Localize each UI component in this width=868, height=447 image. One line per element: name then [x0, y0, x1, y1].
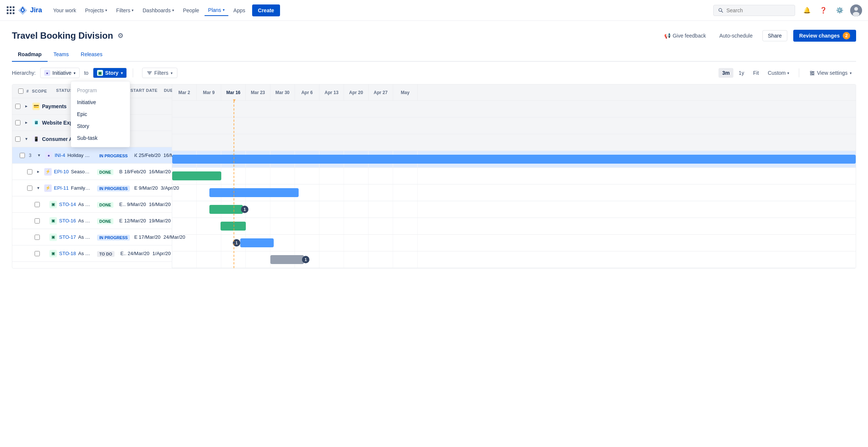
- select-all-checkbox[interactable]: [18, 89, 23, 94]
- gc-c5: [270, 134, 295, 151]
- sto18-icon: ▣: [49, 250, 57, 257]
- epi10-id[interactable]: EPI-10: [54, 169, 69, 174]
- dropdown-epic[interactable]: Epic: [71, 108, 130, 120]
- payments-checkbox[interactable]: [15, 104, 20, 109]
- sto14-icon: ▣: [49, 201, 57, 208]
- toolbar: Hierarchy: ● Initiative ▾ to ▣ Story ▾ P…: [12, 68, 856, 78]
- settings-button[interactable]: ⚙️: [834, 4, 846, 16]
- nav-people[interactable]: People: [179, 5, 203, 16]
- gc-s17-8: [344, 235, 369, 251]
- hierarchy-to-button[interactable]: ▣ Story ▾: [93, 68, 127, 78]
- filters-icon: [147, 70, 152, 75]
- gc-c3: [221, 134, 246, 151]
- ini4-checkbox[interactable]: [20, 153, 25, 158]
- settings-gear-icon[interactable]: ⚙: [118, 32, 123, 40]
- user-avatar[interactable]: [850, 4, 862, 16]
- hierarchy-label: Hierarchy:: [12, 70, 36, 76]
- gantt-col-mar9: Mar 9: [197, 84, 221, 100]
- website-expand[interactable]: ►: [23, 119, 30, 126]
- filters-button[interactable]: Filters ▾: [142, 68, 177, 78]
- autoschedule-label: Auto-schedule: [719, 33, 753, 39]
- story-label: Story: [105, 70, 119, 76]
- feedback-button[interactable]: 📢 Give feedback: [660, 30, 710, 41]
- notifications-button[interactable]: 🔔: [801, 4, 813, 16]
- consumer-checkbox[interactable]: [15, 136, 20, 142]
- sto17-gantt-bar[interactable]: [240, 238, 274, 247]
- time-1y-button[interactable]: 1y: [735, 68, 748, 78]
- share-button[interactable]: Share: [762, 30, 787, 41]
- sto16-id[interactable]: STO-16: [59, 218, 76, 224]
- nav-apps[interactable]: Apps: [230, 5, 249, 16]
- chevron-down-icon: ▾: [74, 71, 75, 75]
- epi11-gantt-bar[interactable]: [209, 188, 299, 197]
- review-changes-button[interactable]: Review changes 2: [793, 30, 856, 42]
- sto14-checkbox[interactable]: [35, 202, 40, 207]
- create-button[interactable]: Create: [252, 4, 280, 16]
- payments-expand[interactable]: ►: [23, 103, 30, 110]
- tab-roadmap[interactable]: Roadmap: [12, 48, 48, 62]
- filters-chevron-icon: ▾: [171, 71, 173, 75]
- view-settings-chevron-icon: ▾: [850, 71, 852, 75]
- dropdown-initiative[interactable]: Initiative: [71, 96, 130, 108]
- time-custom-button[interactable]: Custom ▾: [764, 68, 793, 78]
- nav-your-work[interactable]: Your work: [49, 5, 80, 16]
- gantt-row-ini4: ←: [172, 151, 856, 168]
- sto18-checkbox[interactable]: [35, 251, 40, 256]
- gc-e11-7: [319, 184, 344, 201]
- tab-teams[interactable]: Teams: [48, 48, 75, 62]
- view-settings-button[interactable]: View settings ▾: [805, 68, 856, 78]
- help-button[interactable]: ❓: [817, 4, 829, 16]
- time-range-buttons: 3m 1y Fit Custom ▾: [718, 68, 793, 78]
- apps-grid-icon[interactable]: [6, 6, 15, 15]
- gc-c4: [246, 134, 270, 151]
- nav-projects[interactable]: Projects ▾: [81, 5, 111, 16]
- epi10-gantt-bar[interactable]: ←: [172, 171, 221, 180]
- epi11-checkbox[interactable]: [27, 186, 32, 191]
- gc-s16-5: [270, 218, 295, 234]
- row-left-sto14: ▣ STO-14 As a user I want..: [12, 201, 94, 208]
- sto14-gantt-bar[interactable]: [209, 205, 243, 214]
- sto16-gantt-bar[interactable]: [221, 222, 246, 231]
- ini4-expand[interactable]: ▼: [35, 152, 43, 159]
- sto14-id[interactable]: STO-14: [59, 202, 76, 207]
- consumer-expand[interactable]: ▼: [23, 135, 30, 143]
- sto14-due: 16/Mar/20: [147, 202, 172, 207]
- time-fit-button[interactable]: Fit: [749, 68, 763, 78]
- sto18-fields: TO DO Experience 24/Mar/20 1/Apr/20: [94, 251, 172, 257]
- search-bar[interactable]: [713, 5, 795, 16]
- hierarchy-from-button[interactable]: ● Initiative ▾: [40, 68, 80, 78]
- payments-icon: 💳: [32, 103, 40, 110]
- search-input[interactable]: [726, 7, 790, 13]
- sto17-id[interactable]: STO-17: [59, 234, 76, 240]
- gc-s17-6: [295, 235, 319, 251]
- gc-s16-8: [344, 218, 369, 234]
- tab-releases[interactable]: Releases: [75, 48, 108, 62]
- logo[interactable]: Jira: [6, 5, 45, 16]
- dropdown-story[interactable]: Story: [71, 120, 130, 132]
- nav-dashboards[interactable]: Dashboards ▾: [139, 5, 178, 16]
- sto17-checkbox[interactable]: [35, 235, 40, 240]
- gc-s18-4: [246, 251, 270, 268]
- ini4-id[interactable]: INI-4: [55, 152, 65, 158]
- sto16-checkbox[interactable]: [35, 218, 40, 224]
- sto18-gantt-bar[interactable]: [270, 255, 304, 264]
- epi10-due: 16/Mar/20: [147, 169, 172, 174]
- epi10-checkbox[interactable]: [27, 169, 32, 174]
- row-left-sto18: ▣ STO-18 As a user I want..: [12, 250, 94, 257]
- nav-filters[interactable]: Filters ▾: [112, 5, 137, 16]
- gc-s14-10: [393, 201, 418, 218]
- gc-e10-8: [344, 168, 369, 184]
- ini4-gantt-bar[interactable]: ←: [172, 155, 856, 164]
- sto18-id[interactable]: STO-18: [59, 251, 76, 256]
- epi11-expand[interactable]: ▼: [35, 184, 42, 192]
- epi10-expand[interactable]: ►: [35, 168, 42, 176]
- dropdown-subtask[interactable]: Sub-task: [71, 132, 130, 144]
- nav-plans[interactable]: Plans ▾: [205, 5, 228, 16]
- epi11-id[interactable]: EPI-11: [54, 185, 69, 191]
- gc-w9: [369, 118, 393, 134]
- top-navigation: Jira Your work Projects ▾ Filters ▾ Dash…: [0, 0, 868, 21]
- time-3m-button[interactable]: 3m: [718, 68, 733, 78]
- autoschedule-button[interactable]: Auto-schedule: [716, 30, 756, 41]
- gantt-row-website: [172, 118, 856, 134]
- website-checkbox[interactable]: [15, 120, 20, 125]
